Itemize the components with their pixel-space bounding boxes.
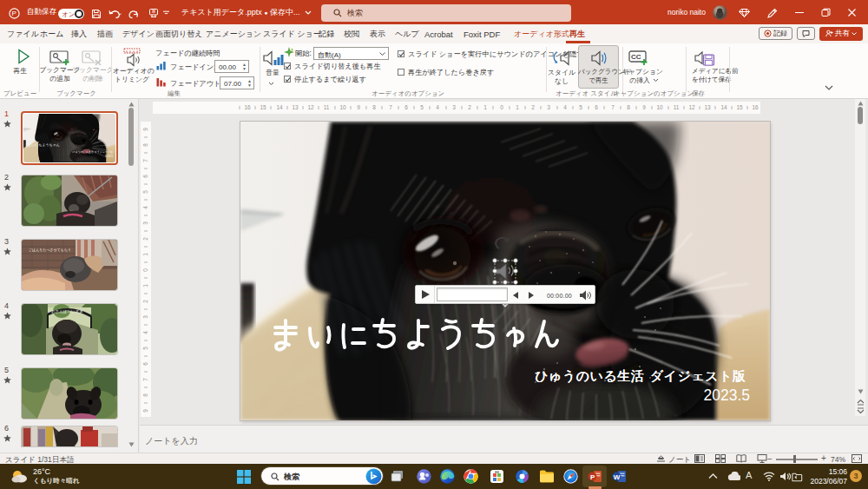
svg-text:6: 6 bbox=[404, 104, 408, 110]
svg-text:5: 5 bbox=[142, 190, 148, 194]
svg-text:10: 10 bbox=[339, 104, 346, 110]
svg-text:11: 11 bbox=[324, 104, 330, 110]
svg-text:11: 11 bbox=[674, 104, 680, 110]
svg-text:P: P bbox=[12, 10, 16, 17]
svg-text:6: 6 bbox=[142, 175, 148, 178]
svg-text:15: 15 bbox=[260, 104, 266, 110]
svg-text:1: 1 bbox=[483, 104, 487, 110]
svg-text:10: 10 bbox=[656, 104, 663, 110]
svg-text:16: 16 bbox=[752, 104, 759, 110]
svg-text:7: 7 bbox=[142, 378, 148, 381]
svg-text:P: P bbox=[590, 473, 595, 481]
svg-text:8: 8 bbox=[372, 104, 376, 110]
svg-text:8: 8 bbox=[142, 143, 148, 147]
svg-text:9: 9 bbox=[142, 409, 148, 413]
svg-text:9: 9 bbox=[142, 128, 148, 131]
svg-text:5: 5 bbox=[420, 104, 424, 110]
svg-text:1: 1 bbox=[142, 284, 148, 287]
svg-text:13: 13 bbox=[292, 104, 299, 110]
svg-text:7: 7 bbox=[142, 159, 148, 162]
svg-text:4: 4 bbox=[142, 331, 148, 334]
svg-text:W: W bbox=[614, 473, 621, 481]
svg-text:13: 13 bbox=[704, 104, 711, 110]
svg-text:2: 2 bbox=[142, 300, 148, 303]
svg-text:3: 3 bbox=[452, 104, 456, 110]
svg-text:CC: CC bbox=[631, 53, 641, 61]
svg-text:14: 14 bbox=[276, 104, 283, 110]
svg-text:5: 5 bbox=[142, 347, 148, 350]
svg-text:8: 8 bbox=[142, 393, 148, 397]
svg-text:3: 3 bbox=[142, 315, 148, 319]
svg-text:7: 7 bbox=[389, 104, 392, 110]
svg-text:3: 3 bbox=[142, 221, 148, 225]
svg-text:8: 8 bbox=[627, 104, 630, 110]
svg-text:0: 0 bbox=[500, 104, 503, 110]
svg-text:12: 12 bbox=[307, 104, 314, 110]
svg-text:5: 5 bbox=[579, 104, 582, 110]
svg-text:0: 0 bbox=[142, 268, 148, 272]
svg-text:2: 2 bbox=[468, 104, 471, 110]
svg-text:3: 3 bbox=[547, 104, 550, 110]
svg-text:2: 2 bbox=[531, 104, 535, 110]
svg-text:4: 4 bbox=[142, 206, 148, 209]
svg-text:6: 6 bbox=[142, 362, 148, 366]
svg-text:6: 6 bbox=[595, 104, 598, 110]
svg-text:1: 1 bbox=[516, 104, 519, 110]
svg-text:12: 12 bbox=[688, 104, 695, 110]
svg-text:2: 2 bbox=[142, 237, 148, 241]
svg-text:7: 7 bbox=[611, 104, 615, 110]
svg-text:15: 15 bbox=[736, 104, 743, 110]
svg-text:9: 9 bbox=[357, 104, 360, 110]
svg-text:1: 1 bbox=[142, 253, 148, 256]
svg-text:16: 16 bbox=[244, 104, 251, 110]
svg-text:9: 9 bbox=[642, 104, 646, 110]
svg-text:14: 14 bbox=[720, 104, 727, 110]
svg-text:4: 4 bbox=[563, 104, 567, 110]
svg-text:4: 4 bbox=[436, 104, 439, 110]
